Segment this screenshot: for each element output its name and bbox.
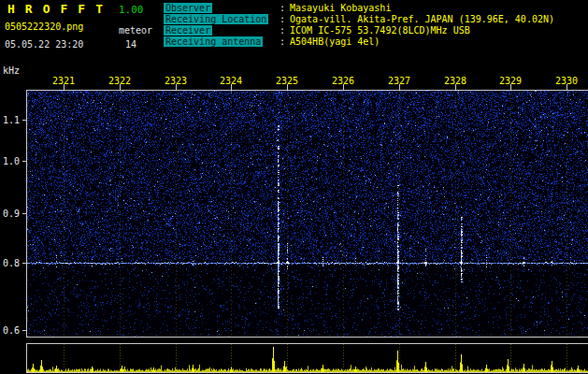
freq-axis-tick bbox=[22, 161, 26, 162]
time-axis-tick bbox=[510, 84, 511, 90]
datetime-label: 05.05.22 23:20 bbox=[5, 39, 83, 50]
info-row: Receiving antenna:A504HB(yagi 4el) bbox=[164, 36, 554, 48]
freq-axis-label: 0.9 bbox=[3, 209, 20, 219]
info-separator: : bbox=[280, 36, 285, 47]
amplitude-canvas bbox=[27, 344, 588, 372]
time-axis-tick bbox=[231, 84, 232, 90]
info-value: Masayuki Kobayashi bbox=[290, 3, 391, 13]
info-value: A504HB(yagi 4el) bbox=[290, 36, 380, 47]
info-separator: : bbox=[280, 14, 285, 24]
info-label: Receiving Location bbox=[164, 14, 268, 24]
time-axis-tick bbox=[120, 84, 121, 90]
info-value: ICOM IC-575 53.7492(8LCD)MHz USB bbox=[290, 25, 470, 36]
info-row: Receiving Location:Ogata-vill. Akita-Pre… bbox=[164, 14, 554, 25]
time-axis-tick bbox=[343, 84, 344, 90]
info-row: Observer:Masayuki Kobayashi bbox=[164, 3, 554, 14]
spectrogram-canvas bbox=[27, 91, 588, 337]
freq-axis-tick bbox=[22, 120, 26, 121]
info-label: Observer bbox=[164, 3, 212, 13]
screen: HROFFT 1.00 0505222320.png meteor 05.05.… bbox=[0, 0, 588, 374]
mode-label: meteor bbox=[119, 25, 152, 36]
meteor-count: 14 bbox=[125, 39, 136, 50]
time-axis-tick bbox=[287, 84, 288, 90]
freq-axis-label: 1.1 bbox=[3, 115, 20, 125]
info-label: Receiver bbox=[164, 25, 212, 36]
time-axis-tick bbox=[176, 84, 177, 90]
freq-axis-label: 0.8 bbox=[3, 258, 20, 268]
info-separator: : bbox=[280, 25, 285, 36]
freq-axis-tick bbox=[22, 263, 26, 264]
app-version: 1.00 bbox=[119, 4, 144, 16]
station-info: Observer:Masayuki Kobayashi Receiving Lo… bbox=[164, 3, 554, 48]
freq-axis-tick bbox=[22, 213, 26, 214]
info-value: Ogata-vill. Akita-Pref. JAPAN (139.96E, … bbox=[290, 14, 554, 24]
freq-axis-label: 1.0 bbox=[3, 156, 20, 166]
output-filename: 0505222320.png bbox=[5, 22, 83, 32]
freq-axis-label: kHz bbox=[3, 65, 20, 76]
spectrogram-bottom-border bbox=[26, 337, 588, 338]
time-axis-tick bbox=[455, 84, 456, 90]
strip-bottom-border bbox=[26, 372, 588, 373]
info-separator: : bbox=[280, 3, 285, 13]
time-axis-tick bbox=[64, 84, 65, 90]
freq-axis-label: 0.6 bbox=[3, 325, 20, 336]
time-axis-tick bbox=[566, 84, 567, 90]
info-label: Receiving antenna bbox=[164, 36, 263, 47]
app-title: HROFFT bbox=[7, 2, 113, 16]
info-row: Receiver:ICOM IC-575 53.7492(8LCD)MHz US… bbox=[164, 25, 554, 36]
freq-axis-tick bbox=[22, 330, 26, 331]
time-axis-tick bbox=[399, 84, 400, 90]
